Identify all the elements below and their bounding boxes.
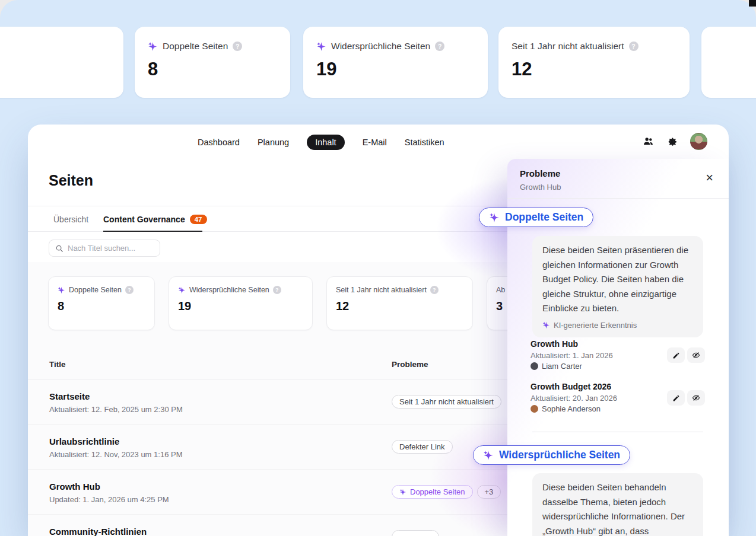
summary-card-label: Seit 1 Jahr nicht aktualisiert <box>512 41 624 52</box>
help-icon[interactable]: ? <box>629 42 639 51</box>
author-avatar <box>531 362 538 370</box>
sparkle-icon <box>58 286 65 294</box>
summary-card-value: 12 <box>512 59 676 80</box>
problem-pill[interactable]: Seit 1 Jahr nicht aktualisiert <box>392 395 501 409</box>
search-input[interactable] <box>68 244 154 253</box>
summary-card-label: Doppelte Seiten <box>163 41 228 52</box>
help-icon[interactable]: ? <box>233 42 242 51</box>
help-icon[interactable]: ? <box>273 286 281 294</box>
eye-off-icon <box>692 394 700 402</box>
column-title: Title <box>49 360 66 369</box>
stat-card-label: Doppelte Seiten <box>69 286 122 294</box>
ai-insight-card: Diese beiden Seiten präsentieren die gle… <box>532 236 703 337</box>
panel-title: Probleme <box>520 168 560 178</box>
stat-card-not-updated: Seit 1 Jahr nicht aktualisiert ? 12 <box>326 276 473 330</box>
stat-card-value: 8 <box>58 299 145 313</box>
row-title: Startseite <box>49 391 90 401</box>
edit-button[interactable] <box>667 390 685 406</box>
problem-pill-more[interactable]: +3 <box>477 485 501 499</box>
problems-panel: Probleme Growth Hub × Doppelte Seiten Di… <box>507 159 729 536</box>
summary-card-partial-left <box>0 27 123 98</box>
nav-actions <box>643 132 707 151</box>
stat-card-label: Seit 1 Jahr nicht aktualisiert <box>336 286 427 294</box>
callout-duplicate-pages[interactable]: Doppelte Seiten <box>479 208 593 227</box>
column-problems: Probleme <box>392 360 428 369</box>
row-meta: Aktualisiert: 12. Feb, 2025 um 2:30 PM <box>49 405 183 414</box>
stat-card-conflicting-pages: Widersprüchliche Seiten ? 19 <box>169 276 313 330</box>
author-name: Sophie Anderson <box>542 404 601 413</box>
sparkle-icon <box>489 212 500 223</box>
sparkle-icon <box>542 321 550 329</box>
eye-off-icon <box>692 351 700 359</box>
tab-count-badge: 47 <box>190 215 207 224</box>
sparkle-icon <box>399 489 406 496</box>
panel-page-author: Liam Carter <box>531 362 582 371</box>
sparkle-icon <box>148 42 158 52</box>
nav-statistiken[interactable]: Statistiken <box>405 138 444 147</box>
stat-card-value: 19 <box>178 299 303 313</box>
ai-insight-card: Diese beiden Seiten behandeln dasselbe T… <box>532 473 703 536</box>
hide-button[interactable] <box>687 390 705 406</box>
summary-card-duplicate-pages: Doppelte Seiten ? 8 <box>135 27 290 98</box>
tab-content-governance[interactable]: Content Governance 47 <box>103 215 207 224</box>
help-icon[interactable]: ? <box>125 286 134 294</box>
nav-email[interactable]: E-Mail <box>363 138 387 147</box>
stat-card-label: Widersprüchliche Seiten <box>189 286 269 294</box>
summary-card-value: 8 <box>148 59 277 80</box>
gear-icon[interactable] <box>666 136 678 147</box>
panel-page-author: Sophie Anderson <box>531 404 601 413</box>
row-title: Urlaubsrichtlinie <box>49 436 119 446</box>
row-title: Community-Richtlinien <box>49 527 147 536</box>
stat-card-duplicate-pages: Doppelte Seiten ? 8 <box>48 276 155 330</box>
divider <box>532 432 703 432</box>
user-avatar[interactable] <box>690 133 707 150</box>
page-title: Seiten <box>49 172 93 189</box>
search-icon <box>55 244 63 253</box>
help-icon[interactable]: ? <box>430 286 439 294</box>
stat-card-value: 12 <box>336 299 463 313</box>
nav-dashboard[interactable]: Dashboard <box>198 138 240 147</box>
edit-button[interactable] <box>667 347 685 363</box>
main-nav: Dashboard Planung Inhalt E-Mail Statisti… <box>198 134 444 151</box>
insight-text: Diese beiden Seiten behandeln dasselbe T… <box>542 480 693 536</box>
users-icon[interactable] <box>643 136 654 147</box>
help-icon[interactable]: ? <box>435 42 444 51</box>
nav-planung[interactable]: Planung <box>258 138 289 147</box>
problem-pill[interactable]: Defekter Link <box>392 440 453 454</box>
hide-button[interactable] <box>687 347 705 363</box>
pencil-icon <box>672 394 680 402</box>
insight-source-label: KI-generierte Erkenntnis <box>554 321 637 330</box>
callout-conflicting-pages[interactable]: Widersprüchliche Seiten <box>473 445 630 465</box>
problem-pill-duplicate[interactable]: Doppelte Seiten <box>392 485 473 499</box>
summary-card-label: Widersprüchliche Seiten <box>331 41 430 52</box>
sparkle-icon <box>316 42 326 52</box>
summary-card-partial-right <box>701 27 756 98</box>
sparkle-icon <box>483 450 494 461</box>
pill-label: Doppelte Seiten <box>410 487 465 496</box>
problem-pill[interactable] <box>392 530 439 536</box>
screen-corner-artifact <box>749 0 756 7</box>
row-title: Growth Hub <box>49 481 100 492</box>
close-icon[interactable]: × <box>706 172 713 184</box>
panel-page-actions <box>667 347 705 363</box>
panel-page-title[interactable]: Growth Budget 2026 <box>531 382 611 391</box>
author-avatar <box>531 405 538 413</box>
row-meta: Updated: 1. Jan, 2026 um 4:25 PM <box>49 495 169 504</box>
insight-text: Diese beiden Seiten präsentieren die gle… <box>542 243 693 316</box>
tab-uebersicht[interactable]: Übersicht <box>53 215 88 224</box>
panel-page-title[interactable]: Growth Hub <box>531 339 578 349</box>
active-tab-underline <box>103 231 202 232</box>
author-name: Liam Carter <box>542 362 582 371</box>
panel-page-meta: Aktualisiert: 1. Jan 2026 <box>531 351 613 360</box>
summary-card-not-updated: Seit 1 Jahr nicht aktualisiert ? 12 <box>498 27 690 98</box>
summary-card-value: 19 <box>316 59 475 80</box>
panel-page-meta: Aktualisiert: 20. Jan 2026 <box>531 394 617 403</box>
callout-label: Widersprüchliche Seiten <box>499 449 620 461</box>
sparkle-icon <box>178 286 186 294</box>
tab-label: Content Governance <box>103 215 185 224</box>
app-background: Doppelte Seiten ? 8 Widersprüchliche Sei… <box>0 0 756 536</box>
row-meta: Aktualisiert: 12. Nov, 2023 um 1:16 PM <box>49 450 182 459</box>
pencil-icon <box>672 352 680 359</box>
search-box[interactable] <box>49 240 160 257</box>
nav-inhalt[interactable]: Inhalt <box>307 135 344 150</box>
